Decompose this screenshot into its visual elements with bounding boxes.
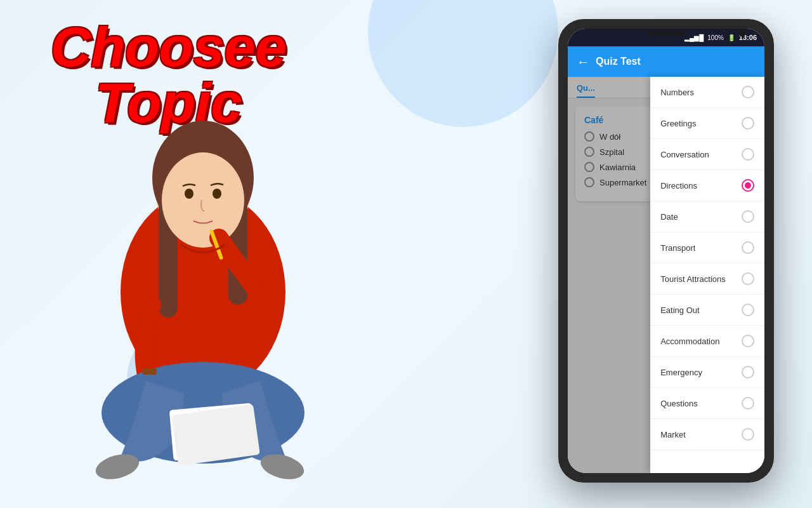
app-title: Quiz Test <box>596 56 641 67</box>
app-header: ← Quiz Test <box>568 46 764 77</box>
dropdown-label-0: Numbers <box>660 88 694 97</box>
dropdown-item-transport[interactable]: Transport <box>650 232 764 264</box>
dropdown-label-10: Questions <box>660 399 698 408</box>
dropdown-item-questions[interactable]: Questions <box>650 388 764 419</box>
battery-icon: 🔋 <box>728 34 735 41</box>
dropdown-overlay: NumbersGreetingsConversationDirectionsDa… <box>568 77 764 473</box>
person-image-area <box>0 64 419 508</box>
radio-btn-10[interactable] <box>742 397 754 410</box>
dropdown-item-directions[interactable]: Directions <box>650 170 764 201</box>
dropdown-item-greetings[interactable]: Greetings <box>650 108 764 139</box>
back-button[interactable]: ← <box>577 55 589 69</box>
dropdown-label-2: Conversation <box>660 150 709 159</box>
dropdown-label-6: Tourist Attractions <box>660 274 726 284</box>
dropdown-label-3: Directions <box>660 181 697 190</box>
dropdown-backdrop[interactable] <box>568 77 657 473</box>
dropdown-label-5: Transport <box>660 243 695 253</box>
radio-btn-3[interactable] <box>742 179 754 192</box>
radio-btn-11[interactable] <box>742 428 754 441</box>
radio-btn-5[interactable] <box>742 241 754 254</box>
dropdown-item-eating-out[interactable]: Eating Out <box>650 295 764 326</box>
radio-btn-6[interactable] <box>742 272 754 285</box>
signal-icon: ▂▄▆█ <box>684 34 704 41</box>
svg-point-5 <box>162 152 244 248</box>
radio-btn-2[interactable] <box>742 148 754 161</box>
dropdown-label-4: Date <box>660 212 678 222</box>
radio-btn-7[interactable] <box>742 304 754 316</box>
svg-point-7 <box>213 189 221 199</box>
dropdown-item-accommodation[interactable]: Accommodation <box>650 326 764 357</box>
dropdown-menu[interactable]: NumbersGreetingsConversationDirectionsDa… <box>650 77 764 473</box>
radio-btn-9[interactable] <box>742 366 754 378</box>
dropdown-item-tourist-attractions[interactable]: Tourist Attractions <box>650 264 764 295</box>
svg-point-6 <box>185 189 193 199</box>
dropdown-label-7: Eating Out <box>660 305 699 315</box>
radio-btn-4[interactable] <box>742 210 754 223</box>
dropdown-item-numbers[interactable]: Numbers <box>650 77 764 108</box>
dropdown-item-emergency[interactable]: Emergency <box>650 357 764 388</box>
dropdown-label-1: Greetings <box>660 119 696 128</box>
dropdown-label-11: Market <box>660 430 686 439</box>
phone-speaker <box>647 32 685 36</box>
phone-screen: ▂▄▆█ 100% 🔋 13:06 ← Quiz Test Qu... Café… <box>568 29 764 473</box>
dropdown-label-9: Emergency <box>660 368 702 377</box>
dropdown-item-date[interactable]: Date <box>650 201 764 232</box>
person-svg <box>19 76 387 508</box>
svg-rect-15 <box>143 368 157 375</box>
dropdown-label-8: Accommodation <box>660 337 719 346</box>
radio-btn-8[interactable] <box>742 335 754 347</box>
dropdown-item-market[interactable]: Market <box>650 419 764 450</box>
phone-frame: ▂▄▆█ 100% 🔋 13:06 ← Quiz Test Qu... Café… <box>558 19 774 483</box>
battery-indicator: 100% <box>707 34 724 41</box>
phone-camera <box>739 30 745 37</box>
radio-btn-0[interactable] <box>742 86 754 98</box>
radio-btn-1[interactable] <box>742 117 754 130</box>
dropdown-item-conversation[interactable]: Conversation <box>650 139 764 170</box>
